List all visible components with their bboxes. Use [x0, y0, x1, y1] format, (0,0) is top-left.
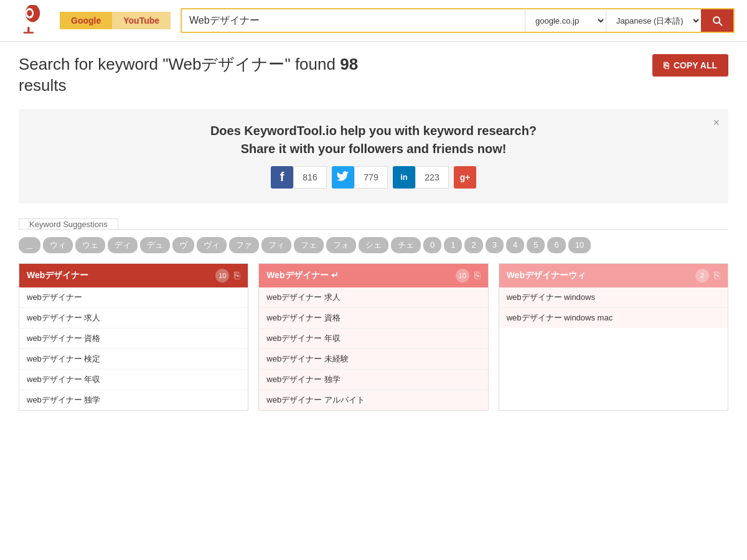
kw-1-5: webデザイナー 年収	[19, 370, 248, 390]
twitter-icon	[332, 166, 354, 189]
keyword-card-1-header: Webデザイナー 10 ⎘	[19, 264, 248, 287]
keyword-card-3-title: Webデザイナーウィ	[507, 270, 586, 281]
googleplus-icon: g+	[454, 166, 476, 189]
keyword-card-3-copy[interactable]: ⎘	[714, 270, 720, 281]
svg-point-2	[27, 10, 32, 16]
pill-2[interactable]: ウェ	[75, 237, 105, 253]
twitter-share[interactable]: 779	[332, 166, 388, 189]
kw-2-4: webデザイナー 未経験	[259, 349, 487, 370]
keyword-suggestions-tab[interactable]: Keyword Suggestions	[19, 218, 118, 229]
kw-2-1: webデザイナー 求人	[259, 287, 487, 308]
pill-num-3[interactable]: 3	[486, 237, 504, 253]
kw-2-2: webデザイナー 資格	[259, 308, 487, 329]
kw-2-3: webデザイナー 年収	[259, 329, 487, 349]
keyword-card-1-copy[interactable]: ⎘	[234, 270, 240, 281]
pill-7[interactable]: ファ	[229, 237, 259, 253]
kw-3-2: webデザイナー windows mac	[499, 308, 728, 328]
keyword-card-3-header: Webデザイナーウィ 2 ⎘	[499, 264, 728, 287]
keyword-card-2-copy[interactable]: ⎘	[474, 270, 481, 281]
kw-1-3: webデザイナー 資格	[19, 329, 248, 349]
filter-pills: ＿ ウィ ウェ ディ デュ ヴ ヴィ ファ フィ フェ フォ シェ チェ 0 1…	[19, 237, 728, 253]
kw-1-2: webデザイナー 求人	[19, 308, 248, 329]
keyword-card-2-count: 10	[456, 269, 469, 282]
pill-0[interactable]: ＿	[19, 237, 40, 253]
copy-all-label: COPY ALL	[674, 60, 717, 70]
twitter-count: 779	[354, 166, 388, 189]
close-button[interactable]: ×	[713, 116, 720, 129]
svg-rect-4	[24, 32, 34, 34]
pill-num-5[interactable]: 5	[527, 237, 545, 253]
keyword-card-1-meta: 10 ⎘	[215, 269, 240, 282]
pill-11[interactable]: シェ	[359, 237, 388, 253]
header: Google YouTube google.co.jp google.com J…	[0, 0, 747, 42]
keyword-card-3: Webデザイナーウィ 2 ⎘ webデザイナー windows webデザイナー…	[499, 263, 728, 411]
facebook-count: 816	[293, 166, 327, 189]
linkedin-share[interactable]: in 223	[393, 166, 449, 189]
pill-4[interactable]: デュ	[140, 237, 170, 253]
keyword-card-1-title: Webデザイナー	[27, 270, 88, 281]
copy-icon: ⎘	[664, 60, 669, 70]
pill-num-0[interactable]: 0	[423, 237, 441, 253]
googleplus-share[interactable]: g+	[454, 166, 476, 189]
social-share: f 816 779 in 223 g+	[34, 166, 713, 189]
keyword-card-3-meta: 2 ⎘	[695, 269, 720, 282]
tab-google[interactable]: Google	[60, 12, 112, 29]
keyword-card-2-header: Webデザイナー ↵ 10 ⎘	[259, 264, 487, 287]
pill-8[interactable]: フィ	[261, 237, 291, 253]
kw-3-1: webデザイナー windows	[499, 287, 728, 308]
copy-all-button[interactable]: ⎘ COPY ALL	[652, 54, 728, 77]
search-input[interactable]	[182, 9, 525, 32]
pill-num-2[interactable]: 2	[464, 237, 482, 253]
keyword-card-3-count: 2	[695, 269, 709, 282]
search-bar: google.co.jp google.com Japanese (日本語) E…	[181, 8, 735, 33]
main-content: Search for keyword "Webデザイナー" found 98re…	[0, 42, 747, 423]
facebook-share[interactable]: f 816	[271, 166, 327, 189]
pill-3[interactable]: ディ	[108, 237, 138, 253]
pill-num-10[interactable]: 10	[568, 237, 591, 253]
logo	[12, 5, 50, 36]
facebook-icon: f	[271, 166, 293, 189]
result-count: 98	[340, 55, 358, 73]
linkedin-count: 223	[415, 166, 449, 189]
keyword-card-2: Webデザイナー ↵ 10 ⎘ webデザイナー 求人 webデザイナー 資格 …	[258, 263, 488, 411]
kw-1-1: webデザイナー	[19, 287, 248, 308]
search-icon	[711, 14, 723, 27]
kw-2-5: webデザイナー 独学	[259, 370, 487, 390]
engine-select[interactable]: google.co.jp google.com	[525, 9, 606, 32]
nav-tabs: Google YouTube	[60, 12, 171, 29]
result-header: Search for keyword "Webデザイナー" found 98re…	[19, 54, 728, 96]
keyword-columns: Webデザイナー 10 ⎘ webデザイナー webデザイナー 求人 webデザ…	[19, 263, 728, 411]
keyword-card-1: Webデザイナー 10 ⎘ webデザイナー webデザイナー 求人 webデザ…	[19, 263, 248, 411]
pill-10[interactable]: フォ	[326, 237, 356, 253]
social-headline2: Share it with your followers and friends…	[34, 142, 713, 156]
kw-1-6: webデザイナー 独学	[19, 390, 248, 410]
linkedin-icon: in	[393, 166, 415, 189]
social-headline1: Does KeywordTool.io help you with keywor…	[34, 124, 713, 138]
tab-bar: Keyword Suggestions	[19, 218, 728, 230]
pill-1[interactable]: ウィ	[43, 237, 73, 253]
pill-num-1[interactable]: 1	[444, 237, 462, 253]
pill-num-4[interactable]: 4	[506, 237, 524, 253]
search-button[interactable]	[701, 9, 733, 32]
kw-2-6: webデザイナー アルバイト	[259, 390, 487, 410]
social-banner: × Does KeywordTool.io help you with keyw…	[19, 109, 728, 203]
pill-5[interactable]: ヴ	[172, 237, 194, 253]
keyword-card-2-title: Webデザイナー ↵	[266, 270, 338, 281]
keyword-suggestions-label: Keyword Suggestions	[19, 215, 118, 234]
language-select[interactable]: Japanese (日本語) English	[606, 9, 701, 32]
pill-6[interactable]: ヴィ	[197, 237, 227, 253]
tab-youtube[interactable]: YouTube	[112, 12, 171, 29]
keyword-card-1-count: 10	[215, 269, 229, 282]
pill-12[interactable]: チェ	[391, 237, 421, 253]
keyword-card-2-meta: 10 ⎘	[456, 269, 481, 282]
pill-num-6[interactable]: 6	[547, 237, 565, 253]
kw-1-4: webデザイナー 検定	[19, 349, 248, 370]
pill-9[interactable]: フェ	[294, 237, 324, 253]
result-title: Search for keyword "Webデザイナー" found 98re…	[19, 54, 358, 96]
